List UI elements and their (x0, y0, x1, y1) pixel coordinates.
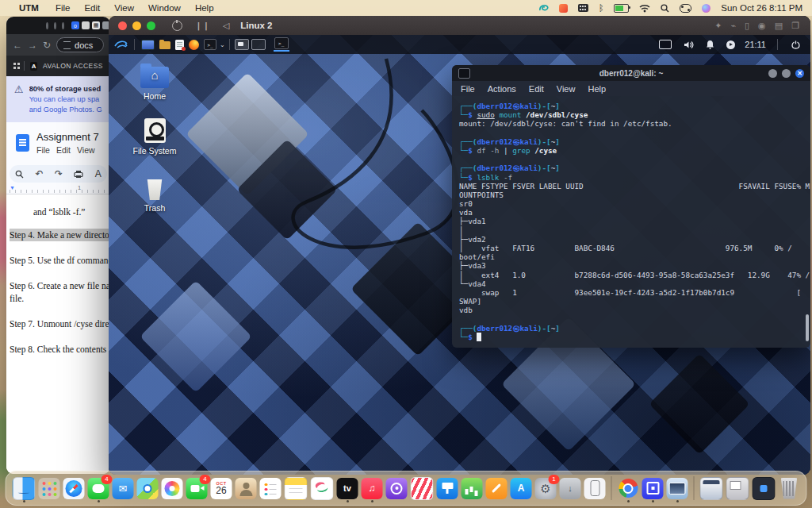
dock-mail-icon[interactable]: ✉ (113, 478, 134, 499)
bookmark-label[interactable]: AVALON ACCESS (43, 62, 103, 70)
document-text-line[interactable]: Step 8. Check the contents (10, 343, 110, 356)
terminal-output[interactable]: ┌──(dberr012㉿kali)-[~]└─$ sudo mount /de… (452, 96, 810, 341)
dock-keynote-icon[interactable] (437, 478, 458, 499)
dock-pages-icon[interactable] (486, 478, 508, 499)
disc-icon[interactable]: ◉ (758, 21, 766, 31)
dock-messages-icon[interactable]: 4 (88, 478, 109, 499)
window-minimize-button[interactable] (54, 22, 56, 29)
browser-tab[interactable] (82, 21, 90, 29)
terminal-menu-edit[interactable]: Edit (529, 84, 544, 94)
close-button[interactable] (118, 21, 127, 30)
outlook-tab[interactable]: o (71, 21, 79, 29)
dock-minimized-window-2-icon[interactable] (726, 477, 749, 500)
reload-icon[interactable]: ↻ (43, 40, 51, 51)
terminal-maximize-button[interactable] (782, 69, 791, 78)
screen-share-icon[interactable] (538, 2, 549, 13)
dock-minimized-window-1-icon[interactable] (700, 477, 723, 500)
banner-line[interactable]: and Google Photos. G (29, 105, 102, 115)
dock-news-icon[interactable] (411, 477, 434, 500)
keyboard-icon[interactable] (578, 4, 588, 12)
dock-calendar-icon[interactable]: OCT26 (211, 478, 232, 499)
google-docs-icon[interactable] (16, 134, 29, 152)
menu-window[interactable]: Window (141, 3, 188, 13)
kali-clock[interactable]: 21:11 (745, 40, 766, 49)
docs-menu-view[interactable]: View (77, 145, 95, 155)
dock-notes-icon[interactable] (285, 477, 308, 500)
document-text-line[interactable]: Step 6. Create a new file na (10, 279, 110, 292)
desktop-icon-file-system[interactable]: File System (118, 118, 191, 156)
terminal-menu-actions[interactable]: Actions (488, 84, 516, 94)
tools-icon[interactable]: ⌁ (730, 21, 736, 31)
terminal-minimize-button[interactable] (768, 69, 777, 78)
redo-icon[interactable]: ↷ (55, 168, 63, 179)
desktop-icon-trash[interactable]: Trash (118, 179, 191, 213)
indent-marker[interactable]: ▼ (10, 185, 15, 190)
window-zoom-button[interactable] (62, 22, 64, 29)
dock-trash-icon[interactable] (779, 478, 800, 499)
dock-freeform-icon[interactable] (311, 477, 334, 500)
bookmark-favicon[interactable]: A (30, 62, 37, 71)
dock-numbers-icon[interactable] (462, 478, 483, 499)
workspace-2[interactable] (251, 39, 266, 50)
siri-icon[interactable] (702, 4, 710, 13)
firefox-icon[interactable] (189, 40, 199, 50)
zoom-button[interactable] (147, 21, 155, 30)
dock-safari-icon[interactable] (63, 478, 85, 499)
spotlight-icon[interactable] (661, 2, 669, 13)
logout-power-icon[interactable] (791, 40, 800, 49)
dock-launchpad-icon[interactable] (39, 478, 60, 499)
magic-icon[interactable]: ✦ (714, 21, 722, 31)
bluetooth-icon[interactable]: ᛒ (599, 2, 604, 13)
menu-edit[interactable]: Edit (77, 3, 107, 13)
displays-icon[interactable]: ❐ (791, 21, 799, 31)
document-title[interactable]: Assignment 7 (36, 131, 99, 143)
document-text-line[interactable]: Step 7. Unmount /cyse dire (10, 318, 110, 330)
print-icon[interactable] (74, 170, 83, 179)
chevron-down-icon[interactable]: ⌄ (220, 41, 225, 48)
search-icon[interactable] (15, 170, 24, 179)
dock-chrome-icon[interactable] (618, 478, 639, 499)
dock-finder-icon[interactable] (13, 477, 36, 500)
docs-menu-file[interactable]: File (36, 145, 50, 155)
menu-bar-clock[interactable]: Sun Oct 26 8:11 PM (721, 3, 802, 13)
menu-help[interactable]: Help (188, 3, 221, 13)
dock-tv-icon[interactable]: tv (337, 478, 358, 499)
document-text-line[interactable]: Step 5. Use the df command (10, 254, 110, 267)
terminal-menu-file[interactable]: File (461, 84, 475, 94)
display-icon[interactable] (659, 40, 672, 49)
terminal-menu-view[interactable]: View (557, 84, 576, 94)
taskbar-terminal-window[interactable]: >_ (274, 37, 289, 52)
dock-facetime-icon[interactable]: 4 (186, 478, 208, 499)
notification-bell-icon[interactable] (706, 40, 714, 49)
banner-line[interactable]: You can clean up spa (29, 94, 102, 105)
pause-icon[interactable]: ❘❘ (195, 21, 210, 30)
dock-utility-app-icon[interactable]: ↓ (560, 478, 581, 499)
status-menu-icon[interactable] (726, 40, 735, 49)
spellcheck-icon[interactable]: A (95, 168, 102, 179)
dock-iphone-mirroring-icon[interactable] (584, 478, 606, 499)
kali-menu-icon[interactable] (114, 39, 128, 50)
document-text-line[interactable]: Step 4. Make a new directo (10, 229, 110, 241)
minimize-button[interactable] (132, 21, 141, 30)
address-bar[interactable]: docs (56, 37, 104, 52)
dock-photos-icon[interactable] (162, 478, 183, 499)
control-center-icon[interactable] (680, 4, 691, 13)
dock-minimized-window-3-icon[interactable] (753, 477, 776, 500)
document-text-line[interactable]: and “lsblk -f.” (33, 206, 110, 218)
wifi-icon[interactable] (639, 2, 650, 13)
display-settings-icon[interactable] (141, 40, 155, 50)
app-menu-title[interactable]: UTM (19, 3, 39, 13)
dock-reminders-icon[interactable] (260, 478, 282, 499)
dock-vm-viewer-icon[interactable] (667, 478, 688, 499)
forward-icon[interactable]: → (28, 40, 37, 51)
dock-contacts-icon[interactable] (236, 478, 257, 499)
terminal-launcher-icon[interactable]: >_ (204, 39, 216, 50)
workspace-1[interactable] (235, 39, 249, 50)
document-page[interactable]: and “lsblk -f.”Step 4. Make a new direct… (6, 194, 110, 474)
undo-icon[interactable]: ↶ (36, 168, 44, 179)
menu-view[interactable]: View (107, 3, 141, 13)
dock-app-store-icon[interactable]: A (511, 478, 532, 499)
power-icon[interactable] (172, 21, 182, 31)
window-close-button[interactable] (46, 22, 48, 29)
volume-icon[interactable] (684, 40, 694, 49)
